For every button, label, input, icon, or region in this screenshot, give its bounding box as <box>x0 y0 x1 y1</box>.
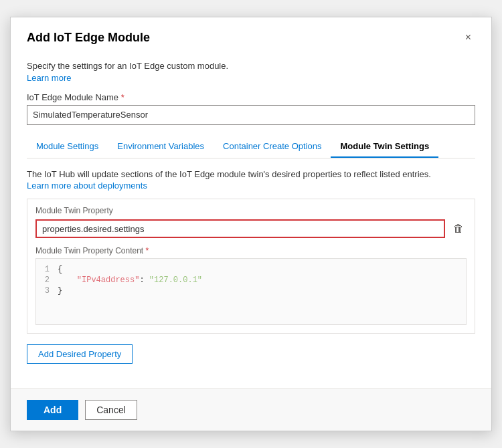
tab-module-twin-settings[interactable]: Module Twin Settings <box>331 136 438 158</box>
dialog-header: Add IoT Edge Module × <box>11 17 491 53</box>
close-button[interactable]: × <box>461 31 475 44</box>
line-number: 3 <box>36 286 58 296</box>
twin-property-row: 🗑 <box>35 219 467 238</box>
twin-property-label: Module Twin Property <box>35 206 467 215</box>
code-line-2: 2 "IPv4address": "127.0.0.1" <box>36 275 466 286</box>
tab-content-module-twin: The IoT Hub will update sections of the … <box>27 168 475 364</box>
twin-property-input[interactable] <box>35 219 445 238</box>
add-iot-edge-module-dialog: Add IoT Edge Module × Specify the settin… <box>10 17 492 431</box>
tab-module-settings[interactable]: Module Settings <box>27 136 108 158</box>
learn-deployments-link[interactable]: Learn more about deployments <box>27 181 147 191</box>
line-number: 2 <box>36 275 58 285</box>
required-star: * <box>121 92 124 102</box>
learn-more-link[interactable]: Learn more <box>27 73 71 83</box>
twin-content-label: Module Twin Property Content * <box>35 246 467 255</box>
module-name-input[interactable] <box>27 105 475 125</box>
code-line-3: 3 } <box>36 286 466 296</box>
dialog-title: Add IoT Edge Module <box>27 31 150 45</box>
description-text: Specify the settings for an IoT Edge cus… <box>27 60 475 73</box>
line-content: } <box>58 286 62 296</box>
add-button[interactable]: Add <box>27 400 78 420</box>
twin-info-text: The IoT Hub will update sections of the … <box>27 168 475 181</box>
line-content: "IPv4address": "127.0.0.1" <box>58 275 202 285</box>
twin-property-content-editor[interactable]: 1 { 2 "IPv4address": "127.0.0.1" 3 } <box>35 258 467 325</box>
twin-property-section: Module Twin Property 🗑 Module Twin Prope… <box>27 199 475 334</box>
tab-environment-variables[interactable]: Environment Variables <box>108 136 214 158</box>
delete-twin-property-button[interactable]: 🗑 <box>450 221 467 236</box>
cancel-button[interactable]: Cancel <box>85 400 137 420</box>
add-desired-property-button[interactable]: Add Desired Property <box>27 344 133 364</box>
tab-container-create-options[interactable]: Container Create Options <box>214 136 331 158</box>
line-content: { <box>58 265 62 274</box>
module-name-label: IoT Edge Module Name * <box>27 92 475 102</box>
dialog-footer: Add Cancel <box>11 388 491 431</box>
code-line-1: 1 { <box>36 264 466 275</box>
tabs-container: Module Settings Environment Variables Co… <box>27 136 475 158</box>
dialog-body: Specify the settings for an IoT Edge cus… <box>11 53 491 388</box>
line-number: 1 <box>36 265 58 274</box>
